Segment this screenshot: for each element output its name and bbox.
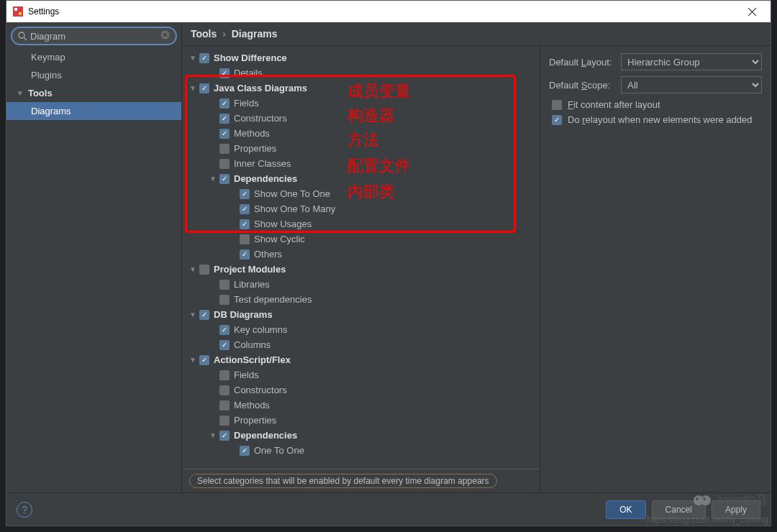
tree-row[interactable]: ▼ActionScript/Flex: [182, 352, 540, 367]
chevron-down-icon[interactable]: ▼: [188, 356, 198, 364]
breadcrumb: Tools › Diagrams: [182, 22, 771, 46]
tree-checkbox[interactable]: [219, 340, 230, 350]
tree-row[interactable]: Properties: [182, 413, 540, 428]
sidebar-item-keymap[interactable]: Keymap: [6, 48, 181, 66]
default-layout-select[interactable]: Hierarchic Group: [621, 53, 762, 70]
hint-bar: Select categories that will be enabled b…: [182, 469, 540, 492]
tree-row[interactable]: ▼Show Difference: [182, 50, 540, 65]
tree-row[interactable]: ▼Project Modules: [182, 262, 540, 277]
tree-row[interactable]: Show Usages: [182, 216, 540, 231]
tree-checkbox[interactable]: [219, 385, 230, 395]
tree-checkbox[interactable]: [219, 129, 230, 139]
default-layout-row: Default Layout: Hierarchic Group: [549, 53, 762, 70]
tree-row[interactable]: Key columns: [182, 322, 540, 337]
default-layout-label: Default Layout:: [549, 57, 621, 68]
titlebar: Settings: [6, 1, 771, 22]
chevron-down-icon[interactable]: ▼: [188, 311, 198, 318]
chevron-down-icon[interactable]: ▼: [188, 54, 198, 62]
tree-row[interactable]: Details: [182, 65, 540, 81]
tree-checkbox[interactable]: [199, 265, 209, 275]
tree-checkbox[interactable]: [219, 68, 230, 78]
tree-checkbox[interactable]: [219, 159, 230, 169]
tree-label: Others: [254, 249, 282, 260]
tree-checkbox[interactable]: [240, 219, 250, 229]
search-field[interactable]: [11, 27, 177, 45]
tree-checkbox[interactable]: [219, 114, 230, 124]
tree-label: Details: [234, 68, 263, 78]
tree-row[interactable]: Libraries: [182, 277, 540, 292]
svg-rect-1: [14, 8, 17, 11]
tree-label: DB Diagrams: [214, 309, 273, 320]
tree-label: Project Modules: [214, 264, 286, 275]
chevron-down-icon[interactable]: ▼: [188, 84, 198, 92]
tree-checkbox[interactable]: [240, 446, 250, 456]
tree-scroll[interactable]: 成员变量 构造器 方法 配置文件 内部类 ▼Show DifferenceDet…: [182, 46, 540, 469]
tree-row[interactable]: Columns: [182, 337, 540, 352]
chevron-down-icon[interactable]: ▼: [17, 89, 24, 97]
tree-checkbox[interactable]: [219, 280, 230, 290]
sidebar-item-tools[interactable]: ▼Tools: [6, 84, 181, 102]
tree-row[interactable]: ▼Dependencies: [182, 428, 540, 443]
settings-window: Settings KeymapPlugins▼ToolsDiagrams Too…: [6, 0, 771, 526]
tree-checkbox[interactable]: [219, 98, 230, 109]
chevron-down-icon[interactable]: ▼: [208, 175, 218, 183]
tree-checkbox[interactable]: [219, 144, 230, 154]
tree-row[interactable]: Fields: [182, 367, 540, 382]
svg-point-13: [703, 498, 705, 500]
tree-checkbox[interactable]: [219, 325, 230, 335]
breadcrumb-leaf: Diagrams: [232, 28, 278, 40]
tree-checkbox[interactable]: [240, 234, 250, 244]
fit-content-row[interactable]: Fit content after layout: [552, 99, 762, 110]
fit-content-label: Fit content after layout: [568, 99, 660, 110]
tree-checkbox[interactable]: [199, 355, 209, 365]
search-input[interactable]: [30, 31, 160, 42]
tree-label: Properties: [234, 415, 276, 426]
ok-button[interactable]: OK: [606, 500, 645, 519]
tree-row[interactable]: Methods: [182, 398, 540, 413]
tree-checkbox[interactable]: [219, 370, 230, 380]
tree-checkbox[interactable]: [199, 53, 209, 63]
tree-row[interactable]: Show One To Many: [182, 201, 540, 216]
sidebar-item-plugins[interactable]: Plugins: [6, 66, 181, 84]
tree-label: Key columns: [234, 324, 287, 335]
clear-search-icon[interactable]: [160, 29, 170, 42]
relayout-row[interactable]: Do relayout when new elements were added: [552, 114, 762, 125]
help-icon[interactable]: ?: [17, 502, 32, 518]
sidebar: KeymapPlugins▼ToolsDiagrams: [6, 22, 182, 492]
tree-checkbox[interactable]: [219, 174, 230, 184]
watermark-brand: Java知音: [692, 490, 768, 510]
chevron-down-icon[interactable]: ▼: [208, 431, 218, 439]
tree-checkbox[interactable]: [219, 416, 230, 426]
sidebar-item-diagrams[interactable]: Diagrams: [6, 102, 181, 120]
tree-checkbox[interactable]: [199, 310, 209, 320]
tree-label: Fields: [234, 98, 259, 109]
tree-checkbox[interactable]: [219, 295, 230, 305]
tree-label: Libraries: [234, 279, 270, 290]
tree-row[interactable]: Others: [182, 247, 540, 262]
relayout-checkbox[interactable]: [552, 115, 562, 125]
sidebar-item-label: Plugins: [31, 70, 62, 81]
tree-checkbox[interactable]: [240, 189, 250, 199]
tree-row[interactable]: Test dependencies: [182, 292, 540, 307]
svg-line-6: [24, 37, 27, 40]
watermark-url: https://blog.csdn.net/hy_coming: [647, 515, 768, 525]
chevron-down-icon[interactable]: ▼: [188, 265, 198, 273]
tree-row[interactable]: Constructors: [182, 382, 540, 398]
tree-checkbox[interactable]: [240, 249, 250, 260]
tree-label: Java Class Diagrams: [214, 83, 307, 93]
sidebar-item-label: Tools: [28, 88, 53, 98]
close-icon[interactable]: [739, 1, 765, 22]
tree-row[interactable]: One To One: [182, 443, 540, 458]
tree-checkbox[interactable]: [240, 204, 250, 214]
tree-row[interactable]: Show Cyclic: [182, 231, 540, 247]
fit-content-checkbox[interactable]: [552, 100, 562, 110]
tree-checkbox[interactable]: [199, 83, 209, 93]
tree-checkbox[interactable]: [219, 431, 230, 441]
tree-label: Methods: [234, 400, 270, 411]
tree-row[interactable]: ▼DB Diagrams: [182, 307, 540, 322]
default-scope-select[interactable]: All: [621, 76, 762, 93]
tree-checkbox[interactable]: [219, 400, 230, 411]
tree-label: Constructors: [234, 113, 287, 124]
window-title: Settings: [28, 6, 59, 17]
svg-point-5: [19, 32, 24, 38]
